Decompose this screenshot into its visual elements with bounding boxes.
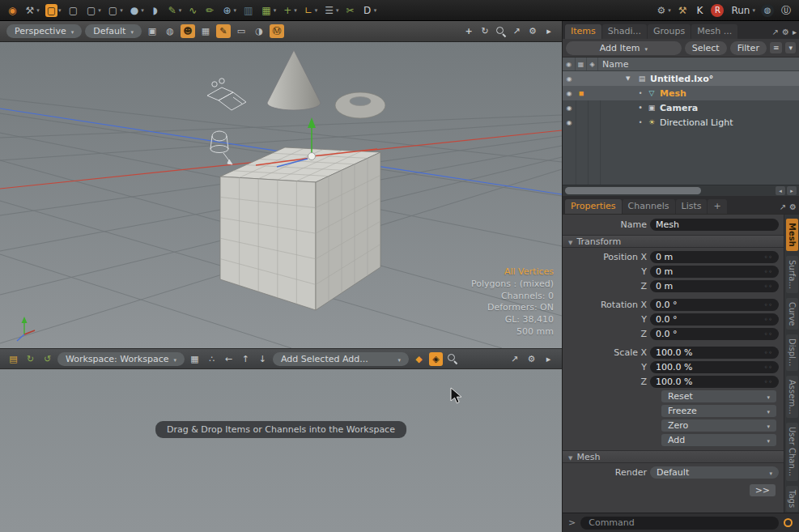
orbit-icon[interactable]: ↻ — [478, 25, 491, 38]
form-side-tab[interactable]: Surfa... — [786, 256, 798, 293]
slice-tool[interactable]: ✂ ▾ — [343, 3, 358, 18]
visibility-eye-icon[interactable]: ◉ — [563, 119, 576, 126]
cube-primitive-3[interactable]: ▢ ▾ — [105, 3, 125, 18]
up-icon[interactable]: ↑ — [239, 352, 253, 366]
stepper-icon[interactable]: ◦◦ — [764, 316, 773, 323]
item-row-directional-light[interactable]: ◉ • ☀ Directional Light — [563, 115, 799, 130]
hammer-icon[interactable]: ⚒ ▾ — [675, 3, 691, 18]
sketch-tool[interactable]: ✏ ▾ — [202, 3, 217, 18]
pen-tool[interactable]: ✎ ▾ — [165, 3, 184, 18]
panel-tab[interactable]: Channels — [623, 199, 675, 214]
transform-action-button[interactable]: Add — [661, 434, 776, 446]
expander-icon[interactable]: ▼ — [626, 75, 634, 82]
form-side-tab[interactable]: Assem... — [786, 376, 798, 419]
value-field[interactable]: 0 m ◦◦ — [650, 280, 779, 292]
gear-icon[interactable]: ⚙ — [525, 352, 538, 366]
filter-button[interactable]: Filter — [730, 41, 767, 55]
zoom-icon[interactable] — [495, 25, 507, 38]
grid-layout-icon[interactable]: ▦ — [188, 352, 202, 366]
value-field[interactable]: 0.0 ° ◦◦ — [650, 313, 779, 326]
r-badge[interactable]: R ▾ — [709, 3, 725, 18]
maximize-icon[interactable]: ↗ — [772, 28, 779, 36]
back-icon[interactable]: ← — [222, 352, 236, 366]
corner-tool[interactable]: ∟ ▾ — [301, 3, 320, 18]
name-column-header[interactable]: Name — [598, 59, 628, 70]
value-field[interactable]: 0 m ◦◦ — [650, 251, 779, 263]
item-label[interactable]: Mesh — [660, 88, 686, 99]
loop-icon[interactable]: ↺ — [40, 352, 54, 366]
list-mode-button[interactable]: ≡ — [770, 42, 783, 53]
more-icon[interactable]: ▸ — [542, 25, 555, 38]
capsule-primitive[interactable]: ◗ ▾ — [148, 3, 163, 18]
viewport-layout-icon[interactable]: ▣ — [145, 24, 159, 38]
refresh-icon[interactable]: ↻ — [23, 352, 37, 366]
gear-settings[interactable]: ⚙ ▾ — [653, 3, 672, 18]
add-plus-tool[interactable]: + ▾ — [280, 3, 299, 18]
preset-browser-icon[interactable]: ▤ — [6, 352, 20, 366]
value-field[interactable]: 0 m ◦◦ — [650, 266, 779, 278]
action-center-tool[interactable]: ⚒ ▾ — [22, 3, 40, 18]
panel-tab[interactable]: Mesh ... — [691, 24, 737, 39]
form-side-tab[interactable]: User Chan... — [786, 423, 798, 480]
visibility-eye-icon[interactable]: ◉ — [563, 90, 576, 97]
add-selected-dropdown[interactable]: Add Selected Add... — [273, 352, 409, 366]
world-axis-icon[interactable]: ◍ — [163, 24, 177, 38]
viewport-3d[interactable]: All Vertices Polygons : (mixed)Channels:… — [0, 42, 562, 348]
dots-icon[interactable]: ∴ — [205, 352, 219, 366]
palette-icon[interactable]: ◆ — [412, 352, 426, 366]
columns-tool[interactable]: ▦ ▾ — [258, 3, 278, 18]
stepper-icon[interactable]: ◦◦ — [764, 349, 773, 356]
mesh-section-header[interactable]: Mesh — [563, 450, 784, 463]
value-field[interactable]: 0.0 ° ◦◦ — [650, 328, 779, 340]
pan-icon[interactable]: + — [462, 25, 475, 38]
command-input[interactable]: Command — [580, 517, 779, 530]
transform-action-button[interactable]: Freeze — [661, 405, 776, 417]
item-label[interactable]: Camera — [660, 103, 698, 113]
maximize-icon[interactable]: ↗ — [508, 352, 521, 366]
value-field[interactable]: 100.0 % ◦◦ — [650, 347, 779, 359]
shading-mode-dropdown[interactable]: Default — [85, 24, 142, 38]
shadow-icon[interactable]: ◑ — [252, 24, 266, 38]
gear-icon[interactable]: ⚙ — [526, 25, 539, 38]
maximize-icon[interactable]: ↗ — [780, 202, 786, 211]
paint-icon[interactable]: ✎ — [216, 24, 231, 38]
gear-icon[interactable]: ⚙ — [789, 202, 797, 211]
item-label[interactable]: Directional Light — [660, 117, 733, 128]
more-icon[interactable]: ▸ — [793, 28, 797, 36]
transform-action-button[interactable]: Reset — [661, 390, 776, 402]
globe-tool[interactable]: ⊕ ▾ — [219, 3, 238, 18]
active-tool-icon[interactable]: ◈ — [429, 352, 443, 366]
screen-icon[interactable]: ▭ — [234, 24, 249, 38]
stepper-icon[interactable]: ◦◦ — [764, 268, 773, 275]
value-field[interactable]: 100.0 % ◦◦ — [650, 376, 779, 388]
view-type-dropdown[interactable]: Perspective — [6, 24, 82, 38]
scroll-right-icon[interactable]: ▸ — [787, 186, 797, 195]
curve-tool[interactable]: ∿ ▾ — [185, 3, 200, 18]
visibility-eye-icon[interactable]: ◉ — [563, 75, 576, 83]
gear-icon[interactable]: ⚙ — [782, 28, 789, 36]
uv-grid-tool[interactable]: ▥ ▾ — [240, 3, 256, 18]
panel-tab[interactable]: Groups — [648, 24, 691, 39]
panel-tab[interactable]: + — [708, 199, 726, 214]
value-field[interactable]: 100.0 % ◦◦ — [650, 361, 779, 373]
stepper-icon[interactable]: ◦◦ — [764, 330, 773, 338]
stepper-icon[interactable]: ◦◦ — [764, 301, 773, 309]
visibility-column-icon[interactable]: ◉ — [563, 57, 576, 70]
transform-action-button[interactable]: Zero — [661, 419, 776, 432]
item-row-mesh[interactable]: ◉ ◼ • ▽ Mesh — [563, 86, 799, 100]
zoom-icon[interactable] — [446, 352, 458, 365]
active-layer-icon[interactable]: ◼ — [576, 90, 587, 97]
item-row-camera[interactable]: ◉ • ▣ Camera — [563, 100, 799, 115]
katana-icon[interactable]: K ▾ — [692, 3, 707, 18]
item-label[interactable]: Untitled.lxo° — [650, 74, 713, 84]
stepper-icon[interactable]: ◦◦ — [764, 253, 773, 261]
command-history-icon[interactable] — [784, 518, 793, 527]
scrollbar-thumb[interactable] — [565, 187, 701, 194]
workspace-drop-area[interactable]: Drag & Drop Items or Channels into the W… — [0, 369, 562, 532]
sphere-primitive[interactable]: ● ▾ — [127, 3, 146, 18]
render-column-icon[interactable]: ◈ — [587, 57, 598, 70]
panel-tab[interactable]: Shadi... — [602, 24, 647, 39]
form-side-tab[interactable]: Displ... — [786, 334, 798, 370]
stepper-icon[interactable]: ◦◦ — [764, 283, 773, 290]
form-side-tab[interactable]: Curve — [786, 298, 798, 330]
